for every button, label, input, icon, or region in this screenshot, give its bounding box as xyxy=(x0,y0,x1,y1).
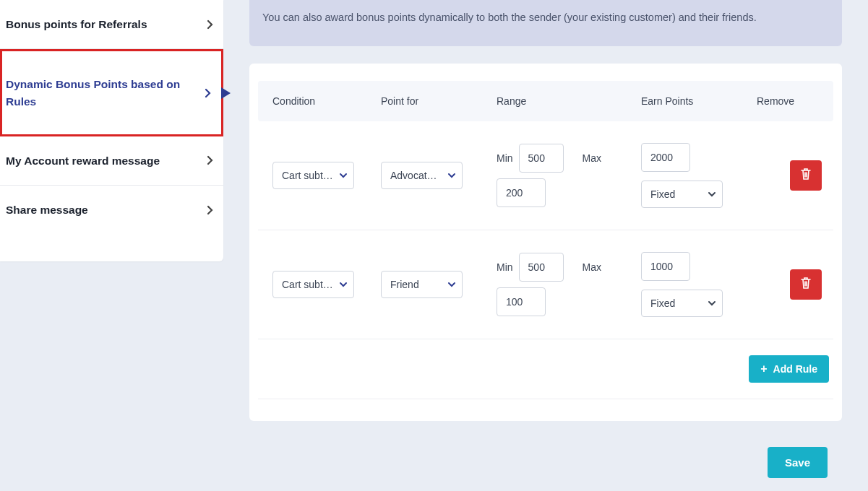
info-banner-text: You can also award bonus points dynamica… xyxy=(262,12,757,23)
add-rule-label: Add Rule xyxy=(773,363,817,375)
remove-button[interactable] xyxy=(790,269,822,300)
th-point-for: Point for xyxy=(381,95,497,107)
point-for-select[interactable]: Advocate/... xyxy=(381,162,463,189)
select-value: Cart subtotal xyxy=(282,170,333,181)
sidebar-item-share-message[interactable]: Share message xyxy=(0,186,223,234)
select-value: Advocate/... xyxy=(390,170,442,181)
earn-value-input[interactable] xyxy=(641,143,690,172)
condition-select[interactable]: Cart subtotal xyxy=(272,271,354,298)
cell-range: Min Max xyxy=(497,253,641,316)
chevron-down-icon xyxy=(708,297,716,309)
min-input[interactable] xyxy=(519,144,564,173)
cell-remove xyxy=(757,269,826,300)
max-label: Max xyxy=(583,152,601,164)
select-value: Fixed xyxy=(650,297,675,309)
cell-point-for: Friend xyxy=(381,271,497,298)
sidebar-item-dynamic-bonus-rules[interactable]: Dynamic Bonus Points based on Rules xyxy=(0,49,223,136)
point-for-select[interactable]: Friend xyxy=(381,271,463,298)
cell-condition: Cart subtotal xyxy=(265,271,381,298)
chevron-right-icon xyxy=(205,204,216,216)
plus-icon: + xyxy=(760,363,767,375)
table-row: Cart subtotal Advocate/... xyxy=(258,121,833,230)
chevron-down-icon xyxy=(339,279,348,290)
add-rule-row: + Add Rule xyxy=(258,339,833,399)
cell-condition: Cart subtotal xyxy=(265,162,381,189)
sidebar-item-label: Bonus points for Referrals xyxy=(6,16,153,32)
save-label: Save xyxy=(785,456,810,469)
select-value: Friend xyxy=(390,279,419,290)
cell-range: Min Max xyxy=(497,144,641,207)
cell-point-for: Advocate/... xyxy=(381,162,497,189)
rules-table: Condition Point for Range Earn Points Re… xyxy=(258,81,833,399)
chevron-down-icon xyxy=(447,279,456,290)
remove-button[interactable] xyxy=(790,160,822,191)
earn-value-input[interactable] xyxy=(641,252,690,281)
min-label: Min xyxy=(497,261,513,273)
second-input[interactable] xyxy=(497,287,546,316)
table-row: Cart subtotal Friend xyxy=(258,230,833,339)
chevron-down-icon xyxy=(339,170,348,181)
save-button[interactable]: Save xyxy=(768,447,828,478)
add-rule-button[interactable]: + Add Rule xyxy=(749,355,829,383)
sidebar-item-account-reward-message[interactable]: My Account reward message xyxy=(0,136,223,186)
earn-type-select[interactable]: Fixed xyxy=(641,290,723,317)
sidebar-item-label: My Account reward message xyxy=(6,152,166,169)
earn-type-select[interactable]: Fixed xyxy=(641,181,723,208)
trash-icon xyxy=(800,277,812,292)
chevron-right-icon xyxy=(205,19,216,30)
sidebar-item-bonus-referrals[interactable]: Bonus points for Referrals xyxy=(0,0,223,49)
info-banner: You can also award bonus points dynamica… xyxy=(249,0,842,46)
th-range: Range xyxy=(497,95,641,107)
cell-earn: Fixed xyxy=(641,252,757,317)
condition-select[interactable]: Cart subtotal xyxy=(272,162,354,189)
main-content: You can also award bonus points dynamica… xyxy=(223,0,868,491)
sidebar: Bonus points for Referrals Dynamic Bonus… xyxy=(0,0,223,261)
min-label: Min xyxy=(497,152,513,164)
chevron-right-icon xyxy=(205,155,216,166)
th-earn-points: Earn Points xyxy=(641,95,757,107)
second-input[interactable] xyxy=(497,178,546,207)
th-remove: Remove xyxy=(757,95,826,107)
chevron-down-icon xyxy=(447,170,456,181)
cell-remove xyxy=(757,160,826,191)
trash-icon xyxy=(800,168,812,183)
min-input[interactable] xyxy=(519,253,564,282)
cell-earn: Fixed xyxy=(641,143,757,208)
rules-card: Condition Point for Range Earn Points Re… xyxy=(249,64,842,421)
th-condition: Condition xyxy=(265,95,381,107)
select-value: Fixed xyxy=(650,188,675,200)
chevron-down-icon xyxy=(708,188,716,200)
chevron-right-icon xyxy=(202,87,214,99)
table-header: Condition Point for Range Earn Points Re… xyxy=(258,81,833,121)
select-value: Cart subtotal xyxy=(282,279,333,290)
sidebar-item-label: Dynamic Bonus Points based on Rules xyxy=(6,76,202,110)
max-label: Max xyxy=(583,261,601,273)
app-layout: Bonus points for Referrals Dynamic Bonus… xyxy=(0,0,868,491)
sidebar-item-label: Share message xyxy=(6,201,94,218)
